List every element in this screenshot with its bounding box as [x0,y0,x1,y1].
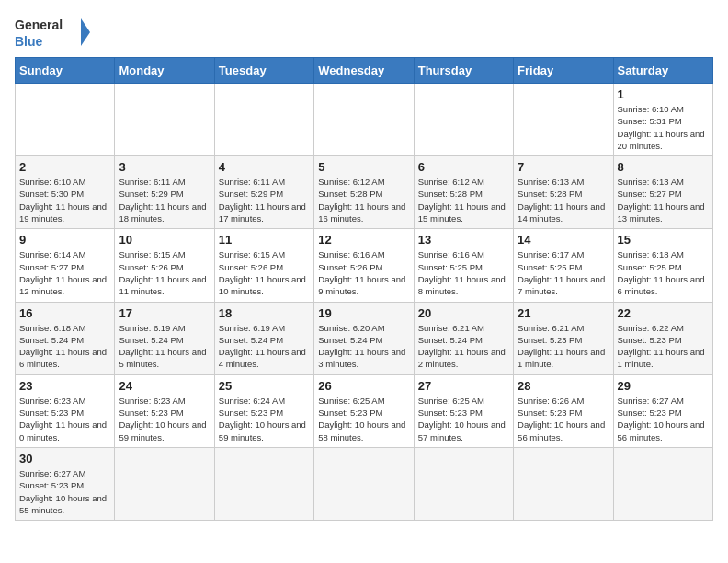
day-number: 8 [618,160,709,174]
day-number: 14 [518,233,609,247]
day-info: Sunrise: 6:27 AM Sunset: 5:23 PM Dayligh… [618,395,709,443]
calendar-cell [314,447,414,520]
day-info: Sunrise: 6:24 AM Sunset: 5:23 PM Dayligh… [219,395,310,443]
calendar-cell: 23Sunrise: 6:23 AM Sunset: 5:23 PM Dayli… [16,374,115,447]
calendar-cell: 22Sunrise: 6:22 AM Sunset: 5:23 PM Dayli… [613,302,712,374]
day-info: Sunrise: 6:12 AM Sunset: 5:28 PM Dayligh… [418,176,509,224]
day-info: Sunrise: 6:25 AM Sunset: 5:23 PM Dayligh… [318,395,409,443]
calendar-cell: 11Sunrise: 6:15 AM Sunset: 5:26 PM Dayli… [214,229,313,302]
day-number: 25 [219,379,310,393]
day-info: Sunrise: 6:23 AM Sunset: 5:23 PM Dayligh… [119,395,210,443]
day-info: Sunrise: 6:17 AM Sunset: 5:25 PM Dayligh… [518,248,609,297]
calendar-cell: 20Sunrise: 6:21 AM Sunset: 5:24 PM Dayli… [414,302,513,374]
calendar-cell: 14Sunrise: 6:17 AM Sunset: 5:25 PM Dayli… [514,229,613,302]
day-info: Sunrise: 6:11 AM Sunset: 5:29 PM Dayligh… [119,176,210,224]
day-number: 6 [418,160,509,174]
day-number: 11 [219,233,310,247]
calendar-cell: 24Sunrise: 6:23 AM Sunset: 5:23 PM Dayli… [115,374,214,447]
day-number: 10 [119,233,210,247]
col-header-monday: Monday [115,58,214,84]
col-header-friday: Friday [514,58,613,84]
col-header-sunday: Sunday [16,58,115,84]
day-info: Sunrise: 6:10 AM Sunset: 5:31 PM Dayligh… [618,103,709,152]
calendar-cell [214,447,313,520]
col-header-tuesday: Tuesday [214,58,313,84]
day-number: 19 [318,306,409,320]
day-info: Sunrise: 6:15 AM Sunset: 5:26 PM Dayligh… [219,248,310,297]
day-info: Sunrise: 6:22 AM Sunset: 5:23 PM Dayligh… [618,322,709,371]
col-header-wednesday: Wednesday [314,58,414,84]
calendar-cell: 28Sunrise: 6:26 AM Sunset: 5:23 PM Dayli… [514,374,613,447]
day-info: Sunrise: 6:18 AM Sunset: 5:25 PM Dayligh… [618,248,709,297]
day-info: Sunrise: 6:16 AM Sunset: 5:25 PM Dayligh… [418,248,509,297]
day-number: 21 [518,306,609,320]
day-info: Sunrise: 6:18 AM Sunset: 5:24 PM Dayligh… [19,322,110,371]
calendar-cell: 25Sunrise: 6:24 AM Sunset: 5:23 PM Dayli… [214,374,313,447]
calendar-cell: 30Sunrise: 6:27 AM Sunset: 5:23 PM Dayli… [16,447,115,520]
calendar-cell: 26Sunrise: 6:25 AM Sunset: 5:23 PM Dayli… [314,374,414,447]
day-info: Sunrise: 6:12 AM Sunset: 5:28 PM Dayligh… [318,176,409,224]
calendar-cell: 21Sunrise: 6:21 AM Sunset: 5:23 PM Dayli… [514,302,613,374]
day-number: 22 [618,306,709,320]
day-number: 26 [318,379,409,393]
day-number: 15 [618,233,709,247]
calendar-cell [414,447,513,520]
day-number: 18 [219,306,310,320]
calendar-cell [613,447,712,520]
calendar-cell: 4Sunrise: 6:11 AM Sunset: 5:29 PM Daylig… [214,156,313,229]
day-info: Sunrise: 6:20 AM Sunset: 5:24 PM Dayligh… [318,322,409,371]
calendar-cell: 9Sunrise: 6:14 AM Sunset: 5:27 PM Daylig… [16,229,115,302]
day-number: 16 [19,306,110,320]
calendar-cell: 2Sunrise: 6:10 AM Sunset: 5:30 PM Daylig… [16,156,115,229]
calendar-cell [414,84,513,156]
day-info: Sunrise: 6:13 AM Sunset: 5:28 PM Dayligh… [518,176,609,224]
calendar-cell: 6Sunrise: 6:12 AM Sunset: 5:28 PM Daylig… [414,156,513,229]
day-info: Sunrise: 6:21 AM Sunset: 5:24 PM Dayligh… [418,322,509,371]
day-info: Sunrise: 6:13 AM Sunset: 5:27 PM Dayligh… [618,176,709,224]
calendar-cell [115,447,214,520]
day-number: 9 [19,233,110,247]
calendar-cell: 3Sunrise: 6:11 AM Sunset: 5:29 PM Daylig… [115,156,214,229]
calendar-cell: 29Sunrise: 6:27 AM Sunset: 5:23 PM Dayli… [613,374,712,447]
calendar-cell: 7Sunrise: 6:13 AM Sunset: 5:28 PM Daylig… [514,156,613,229]
calendar-cell [16,84,115,156]
svg-text:Blue: Blue [15,34,43,49]
day-info: Sunrise: 6:16 AM Sunset: 5:26 PM Dayligh… [318,248,409,297]
col-header-saturday: Saturday [613,58,712,84]
calendar-cell: 8Sunrise: 6:13 AM Sunset: 5:27 PM Daylig… [613,156,712,229]
day-info: Sunrise: 6:19 AM Sunset: 5:24 PM Dayligh… [219,322,310,371]
day-number: 27 [418,379,509,393]
calendar-cell: 16Sunrise: 6:18 AM Sunset: 5:24 PM Dayli… [16,302,115,374]
day-number: 4 [219,160,310,174]
day-info: Sunrise: 6:21 AM Sunset: 5:23 PM Dayligh… [518,322,609,371]
calendar-cell: 18Sunrise: 6:19 AM Sunset: 5:24 PM Dayli… [214,302,313,374]
calendar-cell: 19Sunrise: 6:20 AM Sunset: 5:24 PM Dayli… [314,302,414,374]
day-info: Sunrise: 6:26 AM Sunset: 5:23 PM Dayligh… [518,395,609,443]
calendar-cell [314,84,414,156]
calendar-cell [115,84,214,156]
day-number: 17 [119,306,210,320]
day-info: Sunrise: 6:27 AM Sunset: 5:23 PM Dayligh… [19,467,110,516]
calendar-cell: 15Sunrise: 6:18 AM Sunset: 5:25 PM Dayli… [613,229,712,302]
calendar-cell [214,84,313,156]
day-number: 13 [418,233,509,247]
day-number: 1 [618,87,709,101]
day-number: 24 [119,379,210,393]
day-info: Sunrise: 6:10 AM Sunset: 5:30 PM Dayligh… [19,176,110,224]
day-number: 28 [518,379,609,393]
calendar-cell: 13Sunrise: 6:16 AM Sunset: 5:25 PM Dayli… [414,229,513,302]
calendar-cell: 17Sunrise: 6:19 AM Sunset: 5:24 PM Dayli… [115,302,214,374]
calendar-cell: 12Sunrise: 6:16 AM Sunset: 5:26 PM Dayli… [314,229,414,302]
svg-text:General: General [15,17,63,32]
day-info: Sunrise: 6:14 AM Sunset: 5:27 PM Dayligh… [19,248,110,297]
calendar-cell: 5Sunrise: 6:12 AM Sunset: 5:28 PM Daylig… [314,156,414,229]
day-number: 23 [19,379,110,393]
col-header-thursday: Thursday [414,58,513,84]
day-info: Sunrise: 6:19 AM Sunset: 5:24 PM Dayligh… [119,322,210,371]
day-info: Sunrise: 6:11 AM Sunset: 5:29 PM Dayligh… [219,176,310,224]
day-number: 30 [19,452,110,465]
page-header: General Blue [15,15,713,50]
calendar-cell [514,84,613,156]
logo-svg: General Blue [15,15,97,50]
day-number: 2 [19,160,110,174]
